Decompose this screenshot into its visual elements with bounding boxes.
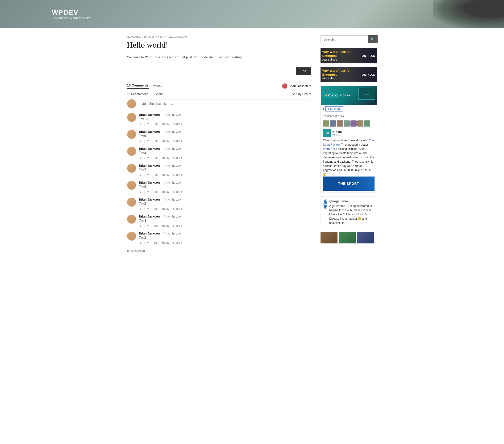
post: NOVEMBER 19, 2016 BY BRIANLEEJACKSON Hel… <box>127 35 311 75</box>
twitter-bio: A gluten-free 🍴 blog dedicated to helpin… <box>329 204 374 225</box>
comment-reply-button[interactable]: Reply <box>162 139 169 143</box>
share-button[interactable]: ⤴ Share <box>152 92 163 96</box>
sidebar-image-2[interactable] <box>339 232 356 243</box>
action-sep3: · <box>171 156 171 160</box>
comment-edit-button[interactable]: Edit <box>154 241 159 244</box>
upvote-button[interactable]: ▲ <box>139 190 143 193</box>
recommend-label: Recommend <box>131 92 149 96</box>
downvote-button[interactable]: ▼ <box>146 190 150 193</box>
comment-reply-button[interactable]: Reply <box>162 156 169 160</box>
comment-author: Brian Jackson <box>139 181 160 184</box>
comment-body: Brian Jackson · 4 months ago Test3 ▲ | ▼… <box>139 232 311 244</box>
comment-actions: ▲ | ▼ · Edit · Reply · Share › <box>139 173 311 176</box>
upvote-button[interactable]: ▲ <box>139 207 143 210</box>
comment-author: Brian Jackson <box>139 147 160 150</box>
discussion-input[interactable] <box>139 99 311 108</box>
comment-reply-button[interactable]: Reply <box>162 241 169 244</box>
comment-actions: ▲ | ▼ · Edit · Reply · Share › <box>139 156 311 160</box>
upvote-button[interactable]: ▲ <box>139 156 143 160</box>
upvote-button[interactable]: ▲ <box>139 224 143 227</box>
comment-share-button[interactable]: Share › <box>173 139 182 143</box>
comment-author: Brian Jackson <box>139 215 160 218</box>
comment-avatar <box>127 181 136 190</box>
comment-time: · 4 months ago <box>162 215 181 218</box>
comment-meta: Brian Jackson · 4 months ago <box>139 232 311 235</box>
fb-link-sport[interactable]: The Sport Review <box>323 139 374 146</box>
comment-share-button[interactable]: Share › <box>173 122 182 126</box>
downvote-button[interactable]: ▼ <box>146 207 150 210</box>
comment-edit-button[interactable]: Edit <box>154 173 159 176</box>
fb-icon: f <box>323 107 324 111</box>
comment-author: Brian Jackson <box>139 232 160 235</box>
comment-edit-button[interactable]: Edit <box>154 207 159 210</box>
comment-reply-button[interactable]: Reply <box>162 122 169 126</box>
comment-edit-button[interactable]: Edit <box>154 139 159 143</box>
comment-body: Brian Jackson · 4 months ago Test6 ▲ | ▼… <box>139 181 311 193</box>
comment-share-button[interactable]: Share › <box>173 241 182 244</box>
upvote-button[interactable]: ▲ <box>139 139 143 143</box>
action-sep3: · <box>171 190 171 193</box>
upvote-button[interactable]: ▲ <box>139 241 143 244</box>
twitter-handle[interactable]: @noglutenio <box>329 199 374 203</box>
comment-time: · 4 months ago <box>162 113 181 116</box>
comment-edit-button[interactable]: Edit <box>154 156 159 160</box>
comment-share-button[interactable]: Share › <box>173 224 182 227</box>
action-sep3: · <box>171 139 171 143</box>
comment-share-button[interactable]: Share › <box>173 156 182 160</box>
comment-share-button[interactable]: Share › <box>173 190 182 193</box>
vote-sep: | <box>144 173 144 176</box>
user-badge[interactable]: B Brian Jackson ▾ <box>282 84 311 89</box>
comment-body: Brian Jackson · 4 months ago Test5 ▲ | ▼… <box>139 198 311 210</box>
footer-author: Brian Jackson <box>127 249 311 252</box>
downvote-button[interactable]: ▼ <box>146 224 150 227</box>
sidebar-image-1[interactable] <box>321 232 338 243</box>
edit-button[interactable]: Edit <box>296 68 311 75</box>
downvote-button[interactable]: ▼ <box>146 156 150 160</box>
fb-like-page-button[interactable]: Like Page <box>325 106 343 111</box>
sidebar-image-3[interactable] <box>357 232 374 243</box>
search-button[interactable]: 🔍 <box>368 35 378 43</box>
comments-count: 10 Comments <box>127 84 149 89</box>
comments-section: 10 Comments wpdev B Brian Jackson ▾ ♡ Re… <box>127 80 311 244</box>
comment-reply-button[interactable]: Reply <box>162 173 169 176</box>
comment-text: Test5 <box>139 202 311 206</box>
fb-screen-preview: ▬▬▬ <box>359 88 375 100</box>
action-sep2: · <box>160 190 160 193</box>
action-sep3: · <box>171 224 171 227</box>
upvote-button[interactable]: ▲ <box>139 122 143 126</box>
comment-edit-button[interactable]: Edit <box>154 122 159 126</box>
action-sep2: · <box>160 173 160 176</box>
downvote-button[interactable]: ▼ <box>146 173 150 176</box>
comment-share-button[interactable]: Share › <box>173 173 182 176</box>
friend-avatar-5 <box>350 120 357 127</box>
comment-text: Test6 <box>139 185 311 189</box>
site-tagline: Just another WordPress site <box>52 16 90 20</box>
fb-link-wp[interactable]: WordPress <box>323 147 337 151</box>
user-dropdown-icon[interactable]: ▾ <box>309 84 311 88</box>
sidebar-banner-1[interactable]: Why WordPress for Enterprise FREE ebook … <box>321 48 377 63</box>
site-title[interactable]: WPDEV <box>52 9 90 16</box>
comment-text: Test4 <box>139 219 311 223</box>
downvote-button[interactable]: ▼ <box>146 139 150 143</box>
downvote-button[interactable]: ▼ <box>146 122 150 126</box>
comment-reply-button[interactable]: Reply <box>162 207 169 210</box>
vote-sep: | <box>144 139 144 143</box>
search-input[interactable] <box>321 35 368 43</box>
downvote-button[interactable]: ▼ <box>146 241 150 244</box>
sidebar-banner-2[interactable]: Why WordPress for Enterprise FREE ebook … <box>321 67 377 82</box>
action-sep2: · <box>160 241 160 244</box>
share-label: Share <box>155 92 163 96</box>
upvote-button[interactable]: ▲ <box>139 173 143 176</box>
comment-edit-button[interactable]: Edit <box>154 224 159 227</box>
comment-edit-button[interactable]: Edit <box>154 190 159 193</box>
action-sep2: · <box>160 224 160 227</box>
comment-share-button[interactable]: Share › <box>173 207 182 210</box>
sort-button[interactable]: Sort by Best ▾ <box>292 92 311 96</box>
comment-text: Test3 <box>139 236 311 240</box>
comment-reply-button[interactable]: Reply <box>162 190 169 193</box>
post-meta: NOVEMBER 19, 2016 BY BRIANLEEJACKSON <box>127 35 311 38</box>
comment-reply-button[interactable]: Reply <box>162 224 169 227</box>
recommend-button[interactable]: ♡ Recommend <box>127 92 149 96</box>
comment-actions: ▲ | ▼ · Edit · Reply · Share › <box>139 207 311 210</box>
banner2-title: Why WordPress for Enterprise <box>323 69 361 77</box>
